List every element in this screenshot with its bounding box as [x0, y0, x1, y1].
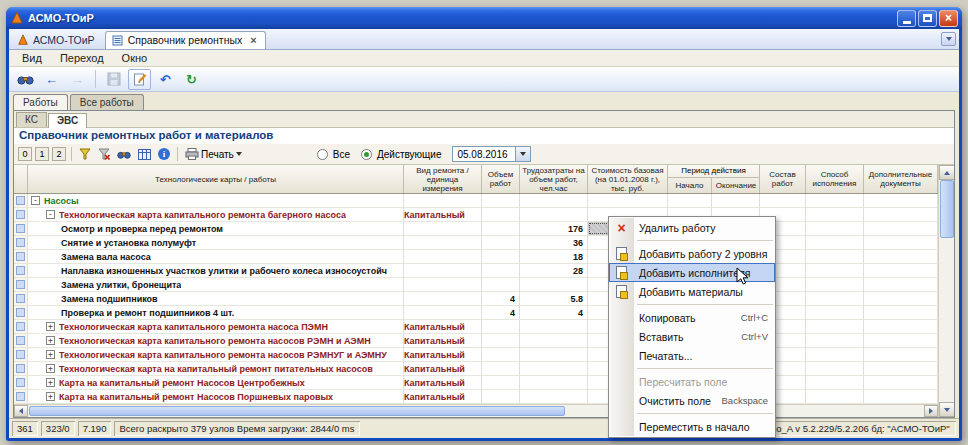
minimize-button[interactable]: [897, 10, 916, 27]
cell-volume[interactable]: [482, 250, 520, 263]
cell-kind[interactable]: Капитальный: [404, 390, 482, 403]
menu-item[interactable]: Добавить исполнителя: [609, 263, 775, 282]
menu-item[interactable]: Печатать...: [609, 346, 775, 365]
cell-name[interactable]: +Технологическая карта на капитальный ре…: [28, 362, 404, 375]
cell-name[interactable]: Проверка и ремонт подшипников 4 шт.: [28, 306, 404, 319]
cell-docs[interactable]: [864, 390, 938, 403]
info-button[interactable]: i: [156, 146, 172, 163]
cell-docs[interactable]: [864, 250, 938, 263]
cell-start[interactable]: [668, 194, 712, 207]
print-button[interactable]: Печать: [183, 146, 244, 163]
cell-labor[interactable]: [520, 208, 588, 221]
scroll-right-button[interactable]: [924, 405, 938, 417]
scroll-thumb[interactable]: [940, 180, 954, 238]
maximize-button[interactable]: [918, 10, 937, 27]
menu-item[interactable]: Добавить работу 2 уровня: [609, 244, 775, 263]
table-row[interactable]: -Насосы: [14, 194, 938, 208]
cell-labor[interactable]: [520, 362, 588, 375]
cell-name[interactable]: Осмотр и проверка перед ремонтом: [28, 222, 404, 235]
cell-kind[interactable]: [404, 278, 482, 291]
menu-item[interactable]: ×Удалить работу: [609, 218, 775, 237]
tab-spravochnik[interactable]: Справочник ремонтных ×: [105, 31, 266, 49]
scroll-up-button[interactable]: [939, 165, 954, 180]
table-row[interactable]: Осмотр и проверка перед ремонтом176: [14, 222, 938, 236]
back-button[interactable]: ←: [40, 69, 63, 90]
cell-volume[interactable]: [482, 376, 520, 389]
header-period-group[interactable]: Период действия Начало Окончание: [668, 165, 760, 193]
cell-docs[interactable]: [864, 278, 938, 291]
tab-raboty[interactable]: Работы: [13, 94, 68, 111]
expand-icon[interactable]: +: [46, 378, 55, 387]
cell-name[interactable]: +Технологическая карта капитального ремо…: [28, 348, 404, 361]
cell-meth[interactable]: [806, 362, 864, 375]
close-button[interactable]: ×: [939, 10, 958, 27]
table-row[interactable]: Замена подшипников45.8: [14, 292, 938, 306]
cell-kind[interactable]: [404, 222, 482, 235]
expand-icon[interactable]: +: [46, 392, 55, 401]
date-dropdown-button[interactable]: [515, 147, 530, 161]
cell-meth[interactable]: [806, 320, 864, 333]
cell-kind[interactable]: [404, 306, 482, 319]
header-cost[interactable]: Стоимость базовая (на 01.01.2008 г.), ты…: [588, 165, 668, 193]
horizontal-scrollbar[interactable]: [14, 404, 938, 417]
table-row[interactable]: +Технологическая карта на капитальный ре…: [14, 362, 938, 376]
cell-kind[interactable]: Капитальный: [404, 334, 482, 347]
menu-perehod[interactable]: Переход: [51, 51, 113, 65]
tab-evs[interactable]: ЭВС: [48, 113, 87, 128]
cell-volume[interactable]: [482, 194, 520, 207]
cell-kind[interactable]: Капитальный: [404, 208, 482, 221]
radio-all[interactable]: [317, 149, 328, 160]
table-row[interactable]: +Технологическая карта капитального ремо…: [14, 348, 938, 362]
expand-icon[interactable]: +: [46, 336, 55, 345]
filter-button[interactable]: [77, 146, 93, 163]
cell-labor[interactable]: 4: [520, 306, 588, 319]
tab-list-button[interactable]: [941, 32, 956, 46]
table-row[interactable]: +Карта на капитальный ремонт Насосов Цен…: [14, 376, 938, 390]
search-button[interactable]: [115, 146, 133, 163]
cell-volume[interactable]: [482, 362, 520, 375]
cell-volume[interactable]: [482, 348, 520, 361]
cell-kind[interactable]: [404, 236, 482, 249]
cell-meth[interactable]: [806, 348, 864, 361]
scroll-left-button[interactable]: [14, 405, 28, 417]
cell-meth[interactable]: [806, 222, 864, 235]
cell-volume[interactable]: [482, 264, 520, 277]
edit-button[interactable]: [128, 69, 151, 90]
radio-active[interactable]: [361, 149, 372, 160]
cell-docs[interactable]: [864, 236, 938, 249]
cell-name[interactable]: +Технологическая карта капитального ремо…: [28, 334, 404, 347]
cell-name[interactable]: Замена подшипников: [28, 292, 404, 305]
cell-name[interactable]: +Технологическая карта капитального ремо…: [28, 320, 404, 333]
table-row[interactable]: Наплавка изношенных участков улитки и ра…: [14, 264, 938, 278]
cell-cost[interactable]: [588, 194, 668, 207]
menu-item[interactable]: Добавить материалы: [609, 282, 775, 301]
clear-filter-button[interactable]: [96, 146, 112, 163]
cell-labor[interactable]: 176: [520, 222, 588, 235]
cell-volume[interactable]: 4: [482, 292, 520, 305]
cell-kind[interactable]: Капитальный: [404, 376, 482, 389]
cell-docs[interactable]: [864, 264, 938, 277]
columns-button[interactable]: [136, 146, 153, 163]
cell-meth[interactable]: [806, 194, 864, 207]
cell-volume[interactable]: [482, 320, 520, 333]
cell-volume[interactable]: [482, 208, 520, 221]
tab-home[interactable]: АСМО-ТОиР: [12, 32, 105, 49]
cell-labor[interactable]: [520, 278, 588, 291]
cell-meth[interactable]: [806, 250, 864, 263]
header-composition[interactable]: Состав работ: [760, 165, 806, 193]
header-period-end[interactable]: Окончание: [712, 178, 760, 193]
cell-labor[interactable]: [520, 376, 588, 389]
cell-name[interactable]: Замена вала насоса: [28, 250, 404, 263]
cell-kind[interactable]: Капитальный: [404, 348, 482, 361]
cell-labor[interactable]: 18: [520, 250, 588, 263]
refresh-button[interactable]: ↻: [180, 69, 203, 90]
date-picker[interactable]: 05.08.2016: [452, 146, 531, 162]
header-method[interactable]: Способ исполнения: [806, 165, 864, 193]
header-volume[interactable]: Объем работ: [482, 165, 520, 193]
tab-close-icon[interactable]: ×: [250, 34, 256, 46]
expand-icon[interactable]: +: [46, 322, 55, 331]
cell-docs[interactable]: [864, 306, 938, 319]
cell-comp[interactable]: [760, 194, 806, 207]
cell-kind[interactable]: [404, 194, 482, 207]
cell-labor[interactable]: [520, 194, 588, 207]
